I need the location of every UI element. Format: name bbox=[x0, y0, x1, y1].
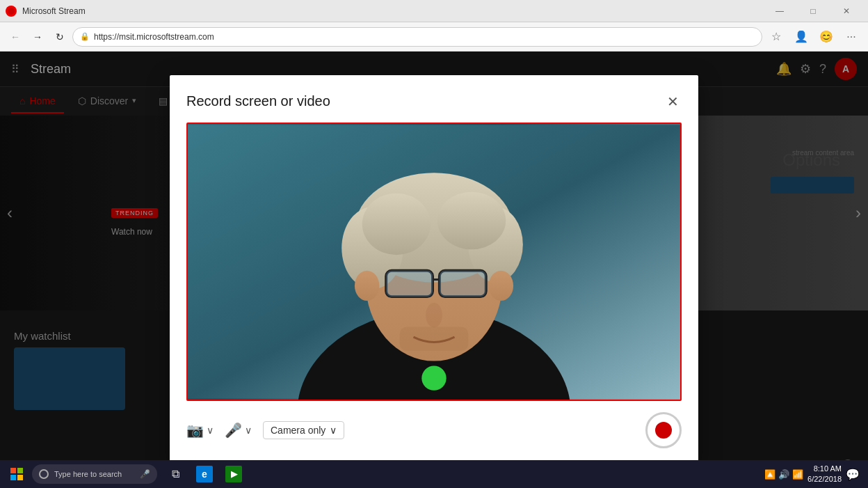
more-button[interactable]: ··· bbox=[840, 26, 862, 48]
browser-frame: Microsoft Stream — □ ✕ ← → ↻ 🔒 https://m… bbox=[0, 0, 868, 488]
systray-expand-icon[interactable]: 🔼 bbox=[764, 469, 775, 480]
browser-toolbar: ← → ↻ 🔒 https://msit.microsoftstream.com… bbox=[0, 22, 868, 52]
browser-toolbar-icons: ☆ 👤 😊 ··· bbox=[765, 26, 862, 48]
page-background: ⠿ Stream 🔔 ⚙ ? A ⌂ Home ⬡ Discover ▾ ▤ bbox=[0, 52, 868, 488]
svg-point-3 bbox=[421, 365, 446, 390]
browser-close-button[interactable]: ✕ bbox=[830, 1, 862, 21]
svg-point-0 bbox=[8, 8, 15, 15]
record-dot bbox=[655, 422, 672, 439]
svg-point-12 bbox=[489, 270, 513, 300]
svg-rect-21 bbox=[17, 468, 23, 473]
network-icon[interactable]: 📶 bbox=[792, 469, 803, 480]
modal-overlay: Record screen or video ✕ bbox=[0, 52, 868, 488]
svg-rect-19 bbox=[400, 326, 468, 350]
media-app[interactable]: ▶ bbox=[220, 460, 248, 488]
taskview-button[interactable]: ⧉ bbox=[161, 460, 189, 488]
volume-icon[interactable]: 🔊 bbox=[778, 469, 789, 480]
video-preview bbox=[186, 123, 682, 401]
mic-chevron-icon: ∨ bbox=[245, 425, 252, 436]
dialog-close-button[interactable]: ✕ bbox=[664, 92, 682, 111]
date-display: 6/22/2018 bbox=[807, 474, 842, 485]
taskbar: Type here to search 🎤 ⧉ e ▶ 🔼 🔊 📶 bbox=[0, 460, 868, 488]
taskbar-clock[interactable]: 8:10 AM 6/22/2018 bbox=[807, 464, 842, 485]
minimize-button[interactable]: — bbox=[764, 1, 796, 21]
app-icon bbox=[6, 6, 17, 17]
camera-chevron-icon: ∨ bbox=[207, 425, 214, 436]
svg-point-18 bbox=[426, 303, 442, 327]
edge-icon: e bbox=[196, 466, 213, 482]
dialog-header: Record screen or video ✕ bbox=[186, 92, 682, 111]
camera-feed bbox=[188, 124, 680, 400]
cortana-mic-icon: 🎤 bbox=[140, 469, 150, 479]
refresh-button[interactable]: ↻ bbox=[50, 27, 70, 47]
svg-point-9 bbox=[362, 193, 431, 255]
lock-icon: 🔒 bbox=[80, 32, 90, 41]
forward-button[interactable]: → bbox=[28, 27, 47, 47]
back-button[interactable]: ← bbox=[6, 27, 25, 47]
mode-dropdown[interactable]: Camera only ∨ bbox=[263, 421, 344, 439]
svg-point-10 bbox=[437, 191, 506, 249]
maximize-button[interactable]: □ bbox=[797, 1, 829, 21]
systray: 🔼 🔊 📶 bbox=[764, 469, 803, 480]
microphone-icon: 🎤 bbox=[225, 422, 242, 439]
user-button[interactable]: 👤 bbox=[790, 26, 812, 48]
taskview-icon: ⧉ bbox=[172, 468, 179, 480]
video-controls: 📷 ∨ 🎤 ∨ Camera only ∨ bbox=[186, 412, 682, 448]
favorites-button[interactable]: ☆ bbox=[765, 26, 787, 48]
search-icon bbox=[39, 469, 49, 479]
svg-rect-20 bbox=[10, 468, 16, 473]
search-placeholder: Type here to search bbox=[54, 470, 122, 478]
address-bar[interactable]: 🔒 https://msit.microsoftstream.com bbox=[72, 27, 762, 47]
camera-icon: 📷 bbox=[186, 422, 204, 439]
mic-control-button[interactable]: 🎤 ∨ bbox=[225, 422, 252, 439]
notification-button[interactable]: 💬 bbox=[846, 468, 860, 481]
window-controls: — □ ✕ bbox=[764, 1, 862, 21]
record-dialog: Record screen or video ✕ bbox=[170, 75, 698, 465]
emoji-button[interactable]: 😊 bbox=[815, 26, 837, 48]
dialog-title: Record screen or video bbox=[186, 93, 330, 109]
taskbar-right: 🔼 🔊 📶 8:10 AM 6/22/2018 💬 bbox=[764, 464, 865, 485]
svg-rect-22 bbox=[10, 475, 16, 480]
svg-point-11 bbox=[355, 270, 379, 300]
browser-titlebar: Microsoft Stream — □ ✕ bbox=[0, 0, 868, 22]
svg-rect-23 bbox=[17, 475, 23, 480]
taskbar-apps: ⧉ e ▶ bbox=[161, 460, 248, 488]
svg-rect-16 bbox=[386, 270, 433, 296]
edge-app[interactable]: e bbox=[191, 460, 218, 488]
time-display: 8:10 AM bbox=[807, 464, 842, 474]
taskbar-search-box[interactable]: Type here to search 🎤 bbox=[32, 464, 157, 484]
mode-chevron-icon: ∨ bbox=[330, 425, 337, 436]
start-button[interactable] bbox=[3, 460, 31, 488]
media-icon: ▶ bbox=[225, 466, 242, 482]
mode-label: Camera only bbox=[271, 425, 326, 436]
browser-title: Microsoft Stream bbox=[22, 6, 758, 16]
url-text: https://msit.microsoftstream.com bbox=[94, 32, 755, 42]
svg-rect-17 bbox=[440, 270, 486, 296]
camera-control-button[interactable]: 📷 ∨ bbox=[186, 422, 214, 439]
record-button[interactable] bbox=[645, 412, 682, 448]
